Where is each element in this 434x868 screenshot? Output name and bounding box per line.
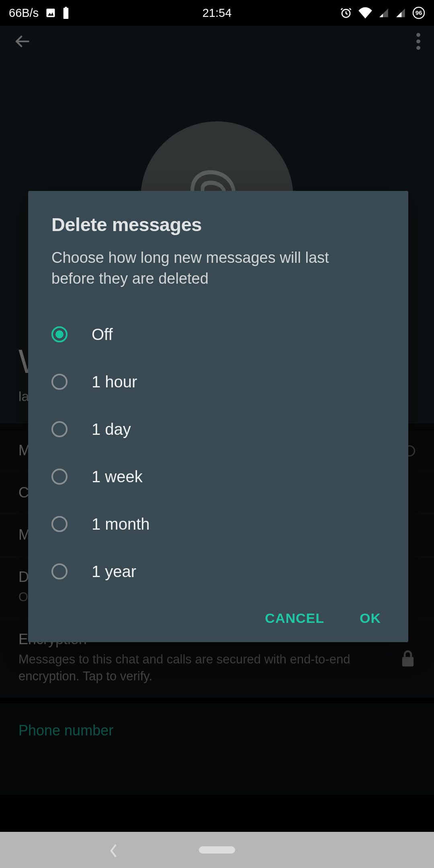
cancel-button[interactable]: CANCEL xyxy=(265,610,324,626)
alarm-icon xyxy=(340,7,352,19)
signal2-icon xyxy=(395,8,406,18)
radio-icon[interactable] xyxy=(51,421,68,437)
image-icon xyxy=(45,7,56,18)
wifi-icon xyxy=(358,7,372,18)
dialog-title: Delete messages xyxy=(51,213,385,235)
radio-label: Off xyxy=(92,326,113,344)
signal1-icon xyxy=(379,8,389,18)
svg-marker-8 xyxy=(396,12,401,17)
radio-option[interactable]: 1 week xyxy=(51,453,385,500)
radio-option[interactable]: 1 month xyxy=(51,500,385,548)
radio-option[interactable]: 1 hour xyxy=(51,358,385,405)
status-bar: 66B/s 21:54 96 xyxy=(0,0,434,26)
radio-label: 1 month xyxy=(92,515,150,533)
svg-marker-6 xyxy=(379,14,383,17)
radio-label: 1 week xyxy=(92,468,143,486)
radio-icon[interactable] xyxy=(51,563,68,579)
radio-option[interactable]: 1 day xyxy=(51,405,385,453)
svg-rect-0 xyxy=(47,9,55,17)
net-speed: 66B/s xyxy=(9,6,39,20)
data-badge-icon: 96 xyxy=(412,6,425,19)
radio-option[interactable]: Off xyxy=(51,311,385,358)
battery-icon xyxy=(63,7,69,19)
nav-home-pill[interactable] xyxy=(199,846,235,854)
radio-icon[interactable] xyxy=(51,326,68,342)
radio-label: 1 year xyxy=(92,563,136,581)
radio-option[interactable]: 1 year xyxy=(51,548,385,595)
nav-back-icon[interactable] xyxy=(108,844,118,858)
delete-messages-dialog: Delete messages Choose how long new mess… xyxy=(28,191,408,642)
nav-bar xyxy=(0,832,434,868)
dialog-subtitle: Choose how long new messages will last b… xyxy=(51,248,373,289)
radio-label: 1 hour xyxy=(92,373,137,391)
svg-rect-3 xyxy=(63,8,69,19)
svg-rect-2 xyxy=(65,7,67,8)
radio-icon[interactable] xyxy=(51,516,68,532)
radio-icon[interactable] xyxy=(51,469,68,485)
dialog-options: Off1 hour1 day1 week1 month1 year xyxy=(51,311,385,595)
radio-icon[interactable] xyxy=(51,374,68,390)
radio-label: 1 day xyxy=(92,420,131,438)
ok-button[interactable]: OK xyxy=(360,610,381,626)
